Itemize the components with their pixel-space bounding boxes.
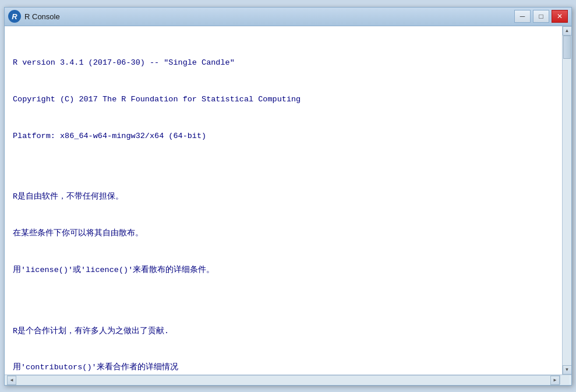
- console-area: R version 3.4.1 (2017-06-30) -- "Single …: [5, 26, 571, 375]
- scroll-down-button[interactable]: ▼: [563, 365, 572, 375]
- scrollbar-corner: [560, 375, 569, 384]
- console-line-2: Copyright (C) 2017 The R Foundation for …: [13, 94, 554, 106]
- scroll-up-button[interactable]: ▲: [563, 26, 572, 36]
- console-line-9: R是个合作计划，有许多人为之做出了贡献.: [13, 326, 554, 338]
- close-button[interactable]: ✕: [552, 10, 568, 23]
- scroll-left-button[interactable]: ◄: [7, 376, 16, 385]
- console-output[interactable]: R version 3.4.1 (2017-06-30) -- "Single …: [5, 26, 562, 375]
- r-logo-icon: R: [8, 10, 21, 23]
- vertical-scrollbar[interactable]: ▲ ▼: [562, 26, 571, 375]
- title-bar: R R Console ─ □ ✕: [5, 8, 571, 26]
- console-line-3: Platform: x86_64-w64-mingw32/x64 (64-bit…: [13, 130, 554, 143]
- horizontal-scrollbar[interactable]: ◄ ►: [7, 375, 560, 384]
- console-line-7: 用'license()'或'licence()'来看散布的详细条件。: [13, 264, 554, 277]
- bottom-bar: ◄ ►: [5, 375, 571, 385]
- r-console-window: R R Console ─ □ ✕ R version 3.4.1 (2017-…: [4, 7, 572, 386]
- console-line-6: 在某些条件下你可以将其自由散布。: [13, 228, 554, 240]
- window-title: R Console: [24, 12, 60, 21]
- scroll-right-button[interactable]: ►: [550, 376, 560, 385]
- maximize-button[interactable]: □: [533, 10, 549, 23]
- scroll-track-v[interactable]: [563, 36, 571, 365]
- window-controls: ─ □ ✕: [514, 10, 568, 23]
- console-line-1: R version 3.4.1 (2017-06-30) -- "Single …: [13, 57, 554, 69]
- scroll-thumb-v[interactable]: [563, 36, 571, 59]
- console-line-10: 用'contributors()'来看合作者的详细情况: [13, 362, 554, 374]
- title-bar-left: R R Console: [8, 10, 60, 23]
- console-line-5: R是自由软件，不带任何担保。: [13, 191, 554, 203]
- scroll-track-h[interactable]: [16, 376, 550, 384]
- minimize-button[interactable]: ─: [514, 10, 531, 23]
